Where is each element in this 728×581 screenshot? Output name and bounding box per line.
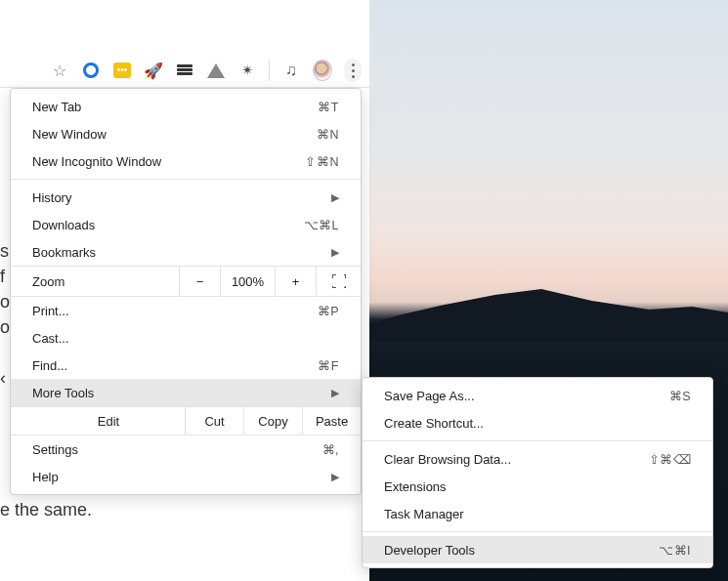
menu-shortcut: ⌘S	[669, 389, 691, 403]
chrome-main-menu: New Tab ⌘T New Window ⌘N New Incognito W…	[10, 88, 362, 495]
menu-new-tab[interactable]: New Tab ⌘T	[11, 93, 361, 120]
submenu-create-shortcut[interactable]: Create Shortcut...	[363, 409, 712, 436]
zoom-label: Zoom	[11, 274, 179, 289]
menu-edit-row: Edit Cut Copy Paste	[11, 406, 361, 436]
menu-shortcut: ⌘N	[317, 127, 339, 142]
chrome-menu-button[interactable]	[344, 59, 362, 82]
extension-rocket-icon[interactable]: 🚀	[144, 61, 163, 80]
menu-label: Help	[32, 470, 59, 484]
fullscreen-button[interactable]	[316, 267, 361, 296]
menu-label: Cast...	[32, 331, 69, 346]
menu-settings[interactable]: Settings ⌘,	[11, 436, 361, 463]
menu-label: New Tab	[32, 100, 81, 114]
menu-shortcut: ⌘T	[318, 100, 339, 114]
zoom-value: 100%	[220, 267, 275, 296]
menu-label: Print...	[32, 304, 69, 318]
menu-print[interactable]: Print... ⌘P	[11, 297, 361, 324]
menu-label: Settings	[32, 442, 78, 457]
menu-label: Developer Tools	[384, 543, 475, 558]
submenu-arrow-icon: ▶	[331, 246, 339, 259]
media-control-icon[interactable]: ♫	[281, 61, 301, 80]
menu-shortcut: ⇧⌘⌫	[649, 452, 692, 467]
submenu-task-manager[interactable]: Task Manager	[363, 500, 712, 527]
menu-label: New Window	[32, 127, 107, 142]
menu-new-window[interactable]: New Window ⌘N	[11, 120, 361, 147]
menu-history[interactable]: History ▶	[11, 184, 361, 211]
menu-label: More Tools	[32, 386, 94, 400]
extension-yellow-icon[interactable]: •••	[112, 61, 132, 80]
menu-downloads[interactable]: Downloads ⌥⌘L	[11, 211, 361, 238]
menu-more-tools[interactable]: More Tools ▶	[11, 379, 361, 406]
edit-copy-button[interactable]: Copy	[243, 407, 302, 435]
menu-label: Task Manager	[384, 507, 464, 521]
fullscreen-icon	[332, 274, 346, 288]
menu-divider	[11, 179, 361, 180]
menu-label: History	[32, 190, 71, 205]
menu-cast[interactable]: Cast...	[11, 324, 361, 352]
edit-paste-button[interactable]: Paste	[302, 407, 361, 435]
page-content-fragment: e the same.	[0, 500, 106, 520]
submenu-save-page-as[interactable]: Save Page As... ⌘S	[363, 382, 712, 409]
menu-label: Bookmarks	[32, 245, 96, 260]
submenu-extensions[interactable]: Extensions	[363, 473, 712, 500]
submenu-arrow-icon: ▶	[331, 191, 339, 204]
extension-bug-icon[interactable]: ✴	[237, 61, 257, 80]
menu-label: Downloads	[32, 218, 95, 232]
browser-toolbar: ☆ ••• 🚀 ✴ ♫	[0, 54, 369, 87]
menu-divider	[363, 440, 712, 441]
menu-shortcut: ⌥⌘L	[304, 218, 339, 232]
menu-label: Extensions	[384, 479, 447, 494]
extension-buffer-icon[interactable]	[175, 61, 194, 80]
zoom-in-button[interactable]: +	[275, 267, 316, 296]
menu-find[interactable]: Find... ⌘F	[11, 352, 361, 379]
menu-incognito[interactable]: New Incognito Window ⇧⌘N	[11, 147, 361, 175]
submenu-arrow-icon: ▶	[331, 387, 339, 399]
submenu-developer-tools[interactable]: Developer Tools ⌥⌘I	[363, 536, 712, 563]
menu-zoom-row: Zoom − 100% +	[11, 266, 361, 297]
submenu-arrow-icon: ▶	[331, 471, 339, 483]
menu-shortcut: ⇧⌘N	[305, 154, 339, 169]
more-tools-submenu: Save Page As... ⌘S Create Shortcut... Cl…	[362, 377, 713, 568]
extension-opera-icon[interactable]	[81, 61, 101, 80]
toolbar-separator	[269, 60, 270, 81]
submenu-clear-browsing-data[interactable]: Clear Browsing Data... ⇧⌘⌫	[363, 445, 712, 473]
bookmark-star-icon[interactable]: ☆	[50, 61, 69, 80]
profile-avatar[interactable]	[313, 61, 332, 80]
menu-label: Clear Browsing Data...	[384, 452, 511, 467]
menu-shortcut: ⌘F	[318, 358, 339, 373]
menu-divider	[363, 531, 712, 532]
menu-label: Create Shortcut...	[384, 416, 484, 431]
menu-shortcut: ⌘P	[318, 304, 339, 318]
menu-shortcut: ⌥⌘I	[659, 543, 691, 558]
extension-drive-icon[interactable]	[206, 61, 226, 80]
browser-chrome-top: ☆ ••• 🚀 ✴ ♫	[0, 0, 369, 88]
edit-cut-button[interactable]: Cut	[185, 407, 243, 435]
edit-label: Edit	[11, 407, 185, 435]
menu-bookmarks[interactable]: Bookmarks ▶	[11, 238, 361, 266]
zoom-out-button[interactable]: −	[179, 267, 220, 296]
menu-shortcut: ⌘,	[322, 442, 339, 457]
menu-help[interactable]: Help ▶	[11, 463, 361, 490]
menu-label: Save Page As...	[384, 389, 475, 403]
menu-label: Find...	[32, 358, 67, 373]
menu-label: New Incognito Window	[32, 154, 161, 169]
